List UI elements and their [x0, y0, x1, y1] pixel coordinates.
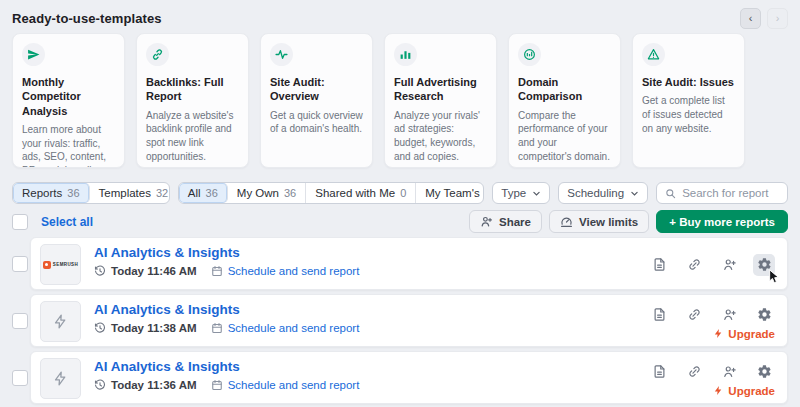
template-cards: Monthly Competitor Analysis Learn more a… — [12, 33, 745, 168]
report-thumbnail: SEMRUSH — [40, 244, 81, 285]
template-card-site-audit-overview[interactable]: Site Audit: Overview Get a quick overvie… — [260, 33, 373, 168]
report-row: SEMRUSH AI Analytics & Insights Today 11… — [0, 237, 800, 290]
bar-chart-icon — [394, 43, 417, 66]
settings-gear-icon[interactable] — [753, 361, 775, 383]
scheduling-dropdown[interactable]: Scheduling — [558, 182, 648, 204]
chevron-down-icon — [630, 189, 639, 198]
warning-icon — [642, 43, 665, 66]
template-description: Analyze your rivals' ad strategies: budg… — [394, 109, 487, 164]
report-title-link[interactable]: AI Analytics & Insights — [94, 302, 359, 317]
pulse-icon — [270, 43, 293, 66]
row-checkbox[interactable] — [12, 313, 28, 329]
page-header: Ready-to-use-templates ‹ › — [12, 6, 788, 30]
tab-label: Reports — [22, 187, 62, 199]
comparison-icon — [518, 43, 541, 66]
template-card-full-advertising-research[interactable]: Full Advertising Research Analyze your r… — [384, 33, 497, 168]
search-box — [656, 182, 788, 204]
template-description: Get a complete list of issues detected o… — [642, 94, 735, 135]
template-title: Site Audit: Overview — [270, 75, 363, 104]
buy-more-reports-button[interactable]: + Buy more reports — [656, 210, 788, 233]
select-all-checkbox[interactable] — [12, 214, 28, 230]
select-all-label[interactable]: Select all — [41, 215, 93, 229]
copy-link-icon[interactable] — [683, 361, 705, 383]
export-pdf-icon[interactable] — [648, 254, 670, 276]
semrush-logo: SEMRUSH — [43, 261, 78, 269]
clock-history-icon — [94, 322, 106, 334]
report-card: AI Analytics & Insights Today 11:36 AM S… — [30, 351, 788, 404]
export-pdf-icon[interactable] — [648, 304, 670, 326]
share-report-icon[interactable] — [718, 361, 740, 383]
share-report-icon[interactable] — [718, 304, 740, 326]
view-limits-label: View limits — [579, 216, 638, 228]
report-time: Today 11:36 AM — [94, 379, 197, 391]
filter-count: 0 — [400, 187, 406, 199]
send-icon — [22, 43, 45, 66]
row-checkbox[interactable] — [12, 256, 28, 272]
bolt-icon — [713, 328, 724, 339]
report-card: AI Analytics & Insights Today 11:38 AM S… — [30, 294, 788, 347]
bolt-icon — [713, 385, 724, 396]
template-title: Backlinks: Full Report — [146, 75, 239, 104]
template-description: Learn more about your rivals: traffic, a… — [22, 123, 115, 168]
filter-bar: Reports 36 Templates 32 All 36 My Own 36… — [12, 182, 788, 204]
share-label: Share — [499, 216, 531, 228]
type-dropdown[interactable]: Type — [492, 182, 550, 204]
filter-my-own[interactable]: My Own 36 — [228, 183, 306, 203]
template-card-domain-comparison[interactable]: Domain Comparison Compare the performanc… — [508, 33, 621, 168]
tab-count: 36 — [67, 187, 79, 199]
schedule-report-link[interactable]: Schedule and send report — [211, 379, 360, 391]
link-icon — [146, 43, 169, 66]
filter-label: All — [188, 187, 201, 199]
share-report-icon[interactable] — [718, 254, 740, 276]
carousel-nav: ‹ › — [740, 8, 788, 29]
search-icon — [665, 188, 676, 199]
schedule-report-link[interactable]: Schedule and send report — [211, 265, 360, 277]
copy-link-icon[interactable] — [683, 254, 705, 276]
ownership-filter: All 36 My Own 36 Shared with Me 0 My Tea… — [178, 182, 485, 204]
bolt-icon — [52, 313, 69, 330]
bolt-icon — [52, 370, 69, 387]
template-title: Full Advertising Research — [394, 75, 487, 104]
search-input[interactable] — [682, 187, 779, 199]
upgrade-link[interactable]: Upgrade — [713, 328, 775, 340]
share-button[interactable]: Share — [469, 210, 542, 233]
mouse-cursor-icon — [768, 269, 781, 288]
template-title: Site Audit: Issues — [642, 75, 735, 89]
filter-label: My Team's — [425, 187, 479, 199]
tab-reports[interactable]: Reports 36 — [13, 183, 90, 203]
template-description: Compare the performance of your and your… — [518, 109, 611, 164]
export-pdf-icon[interactable] — [648, 361, 670, 383]
buy-more-reports-label: + Buy more reports — [669, 216, 775, 228]
report-title-link[interactable]: AI Analytics & Insights — [94, 245, 359, 260]
template-card-monthly-competitor-analysis[interactable]: Monthly Competitor Analysis Learn more a… — [12, 33, 125, 168]
report-row: AI Analytics & Insights Today 11:38 AM S… — [0, 294, 800, 347]
template-card-backlinks-full-report[interactable]: Backlinks: Full Report Analyze a website… — [136, 33, 249, 168]
filter-all[interactable]: All 36 — [179, 183, 228, 203]
filter-shared-with-me[interactable]: Shared with Me 0 — [306, 183, 416, 203]
clock-history-icon — [94, 379, 106, 391]
chevron-right-icon: › — [776, 12, 780, 24]
report-title-link[interactable]: AI Analytics & Insights — [94, 359, 359, 374]
filter-label: My Own — [237, 187, 279, 199]
template-description: Analyze a website's backlink profile and… — [146, 109, 239, 164]
carousel-prev-button[interactable]: ‹ — [740, 8, 761, 29]
report-card: SEMRUSH AI Analytics & Insights Today 11… — [30, 237, 788, 290]
settings-gear-icon[interactable] — [753, 304, 775, 326]
template-card-site-audit-issues[interactable]: Site Audit: Issues Get a complete list o… — [632, 33, 745, 168]
gauge-icon — [560, 215, 573, 228]
template-title: Monthly Competitor Analysis — [22, 75, 115, 118]
schedule-report-link[interactable]: Schedule and send report — [211, 322, 360, 334]
tab-templates[interactable]: Templates 32 — [90, 183, 170, 203]
row-checkbox[interactable] — [12, 370, 28, 386]
carousel-next-button[interactable]: › — [767, 8, 788, 29]
template-title: Domain Comparison — [518, 75, 611, 104]
copy-link-icon[interactable] — [683, 304, 705, 326]
upgrade-link[interactable]: Upgrade — [713, 385, 775, 397]
report-time: Today 11:46 AM — [94, 265, 197, 277]
view-limits-button[interactable]: View limits — [549, 210, 649, 233]
page-title: Ready-to-use-templates — [12, 11, 162, 26]
clock-history-icon — [94, 265, 106, 277]
filter-my-teams[interactable]: My Team's 0 — [416, 183, 484, 203]
dropdown-label: Type — [501, 187, 526, 199]
toolbar: Select all Share View limits + Buy more … — [12, 210, 788, 233]
